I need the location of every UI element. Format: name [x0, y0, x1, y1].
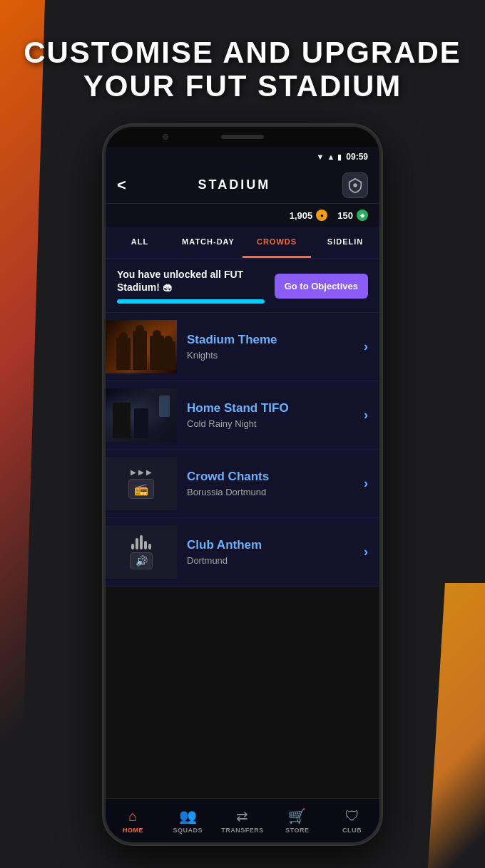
home-icon: ⌂: [128, 808, 137, 825]
nav-club[interactable]: 🛡 CLUB: [325, 799, 379, 842]
anthem-icon-group: 🔊: [130, 535, 153, 569]
info-tifo: Home Stand TIFO Cold Rainy Night: [187, 401, 358, 429]
tifo-figure-1: [113, 403, 131, 438]
info-stadium-theme: Stadium Theme Knights: [187, 333, 358, 361]
arrow-tifo: ›: [364, 408, 368, 423]
nav-home[interactable]: ⌂ HOME: [106, 799, 160, 842]
currency-bar: 1,905 ● 150 ◆: [106, 204, 379, 227]
unlock-progress-fill: [117, 299, 265, 304]
thumbnail-stadium-theme: [106, 320, 177, 373]
app-title: STADIUM: [198, 177, 271, 192]
anthem-thumbnail: 🔊: [106, 525, 177, 579]
phone-screen-content: You have unlocked all FUT Stadium! 🏟 Go …: [106, 259, 379, 587]
objectives-button[interactable]: Go to Objectives: [275, 274, 368, 299]
speaker-icon: 📻: [134, 482, 148, 496]
nav-home-label: HOME: [123, 827, 143, 834]
chants-icon-group: ▶ ▶ ▶ 📻: [128, 468, 154, 499]
nav-store-label: STORE: [285, 827, 309, 834]
chants-thumbnail: ▶ ▶ ▶ 📻: [106, 457, 177, 510]
svg-point-0: [353, 183, 357, 187]
nav-transfers-label: TRANSFERS: [221, 827, 264, 834]
unlock-banner: You have unlocked all FUT Stadium! 🏟 Go …: [106, 259, 379, 313]
unlock-progress-bar: [117, 299, 265, 304]
background-wrapper: CUSTOMISE AND UPGRADE YOUR FUT STADIUM ▼…: [0, 0, 485, 868]
unlock-text-wrapper: You have unlocked all FUT Stadium! 🏟: [117, 268, 265, 304]
subtitle-crowd-chants: Borussia Dortmund: [187, 487, 358, 497]
app-header: < STADIUM: [106, 167, 379, 204]
nav-club-label: CLUB: [342, 827, 362, 834]
coin-green-icon: ◆: [357, 210, 368, 221]
tab-matchday[interactable]: MATCH-DAY: [174, 227, 242, 258]
shield-icon: [347, 177, 363, 193]
right-decoration: [428, 583, 485, 868]
tifo-thumbnail: [106, 388, 177, 442]
shield-button[interactable]: [342, 172, 368, 198]
header-section: CUSTOMISE AND UPGRADE YOUR FUT STADIUM: [0, 0, 485, 139]
anthem-speaker-icon: 🔊: [136, 555, 148, 567]
thumbnail-anthem: 🔊: [106, 525, 177, 579]
coin-gold-icon: ●: [316, 210, 327, 221]
nav-transfers[interactable]: ⇄ TRANSFERS: [215, 799, 270, 842]
phone-camera: [163, 134, 168, 140]
unlock-text: You have unlocked all FUT Stadium! 🏟: [117, 268, 265, 294]
status-bar: ▼ ▲ ▮ 09:59: [106, 147, 379, 167]
tifo-accent: [159, 396, 170, 417]
signal-icon: ▲: [327, 153, 335, 161]
list-item-crowd-chants[interactable]: ▶ ▶ ▶ 📻 Crowd Chants: [106, 450, 379, 518]
anthem-speaker-box: 🔊: [130, 552, 153, 569]
status-icons: ▼ ▲ ▮: [317, 153, 342, 162]
back-button[interactable]: <: [117, 176, 126, 195]
info-club-anthem: Club Anthem Dortmund: [187, 538, 358, 566]
nav-store[interactable]: 🛒 STORE: [270, 799, 325, 842]
arrow-crowd-chants: ›: [364, 476, 368, 491]
list-item-home-stand-tifo[interactable]: Home Stand TIFO Cold Rainy Night ›: [106, 381, 379, 450]
coins-display: 1,905 ●: [290, 210, 328, 221]
subtitle-club-anthem: Dortmund: [187, 555, 358, 566]
tab-all[interactable]: ALL: [106, 227, 174, 258]
tab-sidelin[interactable]: SIDELIN: [311, 227, 379, 258]
title-crowd-chants: Crowd Chants: [187, 470, 358, 484]
thumbnail-tifo: [106, 388, 177, 442]
coins-amount: 1,905: [290, 210, 313, 221]
status-time: 09:59: [346, 152, 368, 162]
speaker-icon-box: 📻: [128, 479, 154, 499]
info-crowd-chants: Crowd Chants Borussia Dortmund: [187, 470, 358, 497]
wifi-icon: ▼: [317, 153, 325, 161]
phone-shell: ▼ ▲ ▮ 09:59 < STADIUM: [103, 125, 382, 844]
play-arrows: ▶ ▶ ▶: [131, 468, 152, 476]
phone-device: ▼ ▲ ▮ 09:59 < STADIUM: [103, 125, 382, 844]
title-club-anthem: Club Anthem: [187, 538, 358, 552]
transfers-icon: ⇄: [236, 807, 248, 825]
title-tifo: Home Stand TIFO: [187, 401, 358, 415]
bottom-navigation: ⌂ HOME 👥 SQUADS ⇄ TRANSFERS 🛒 STORE 🛡: [106, 798, 379, 842]
subtitle-tifo: Cold Rainy Night: [187, 418, 358, 429]
thumbnail-chants: ▶ ▶ ▶ 📻: [106, 457, 177, 510]
header-line2: YOUR FUT STADIUM: [83, 70, 402, 103]
knight-figure-4: [161, 341, 175, 370]
tabs-bar: ALL MATCH-DAY CROWDS SIDELIN: [106, 227, 379, 259]
knight-figure-1: [116, 338, 131, 370]
points-amount: 150: [337, 210, 353, 221]
arrow-stadium-theme: ›: [364, 339, 368, 354]
knight-figure-2: [133, 331, 147, 370]
knights-thumbnail: [106, 320, 177, 373]
nav-squads-label: SQUADS: [173, 827, 203, 834]
tifo-figure-2: [134, 408, 148, 438]
phone-top-bar: [106, 127, 379, 147]
club-icon: 🛡: [345, 808, 359, 825]
store-icon: 🛒: [288, 807, 306, 825]
list-item-club-anthem[interactable]: 🔊 Club Anthem Dortmund ›: [106, 518, 379, 587]
list-item-stadium-theme[interactable]: Stadium Theme Knights ›: [106, 313, 379, 381]
wave-lines: [131, 535, 151, 549]
header-line1: CUSTOMISE AND UPGRADE: [24, 36, 461, 69]
points-display: 150 ◆: [337, 210, 368, 221]
squads-icon: 👥: [179, 807, 197, 825]
battery-icon: ▮: [337, 153, 342, 162]
arrow-club-anthem: ›: [364, 544, 368, 559]
subtitle-stadium-theme: Knights: [187, 350, 358, 361]
nav-squads[interactable]: 👥 SQUADS: [160, 799, 215, 842]
phone-speaker: [221, 135, 264, 139]
tab-crowds[interactable]: CROWDS: [242, 227, 311, 258]
title-stadium-theme: Stadium Theme: [187, 333, 358, 347]
